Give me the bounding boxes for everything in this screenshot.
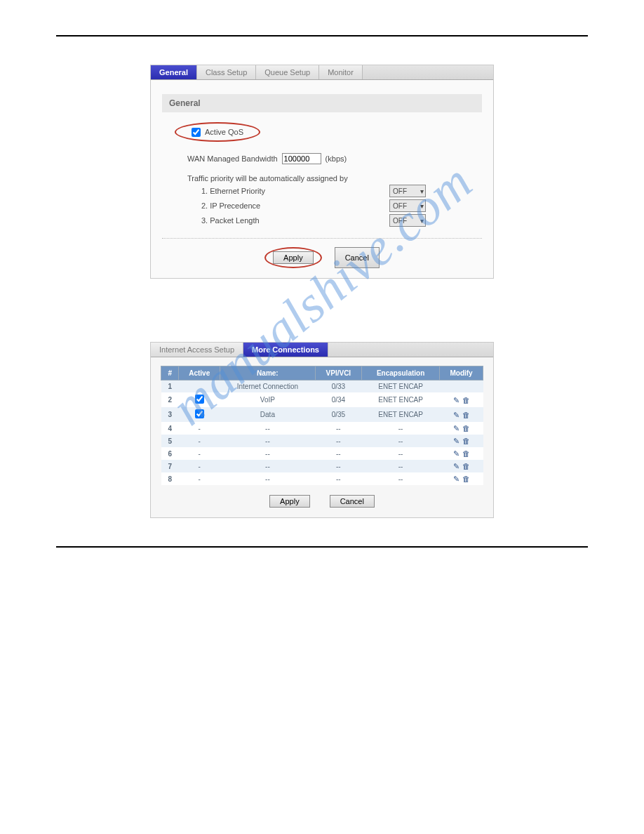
cell-vpi: 0/33 [315,380,361,393]
cell-active: - [179,472,220,485]
cell-modify [440,380,483,393]
cell-enc: -- [362,460,440,472]
bandwidth-input[interactable] [282,153,321,164]
cell-vpi: -- [315,447,361,460]
qos-general-panel: General Class Setup Queue Setup Monitor … [150,65,494,279]
delete-icon[interactable]: 🗑 [462,411,471,419]
cell-modify: ✎ 🗑 [440,392,483,407]
apply-highlight: Apply [264,247,322,268]
edit-icon[interactable]: ✎ [452,411,460,419]
bandwidth-unit: (kbps) [326,154,347,163]
tab-monitor[interactable]: Monitor [319,65,363,79]
cell-active: - [179,435,220,447]
more-connections-panel: Internet Access Setup More Connections #… [150,342,494,518]
cancel-button[interactable]: Cancel [330,495,375,508]
delete-icon[interactable]: 🗑 [462,424,471,432]
edit-icon[interactable]: ✎ [452,462,460,470]
cell-vpi: -- [315,460,361,472]
row-active-checkbox[interactable] [195,395,204,404]
delete-icon[interactable]: 🗑 [462,396,471,404]
chevron-down-icon: ▾ [420,202,424,210]
priority-select-ip[interactable]: OFF▾ [389,199,426,212]
bandwidth-row: WAN Managed Bandwidth (kbps) [187,153,482,164]
delete-icon[interactable]: 🗑 [462,475,471,483]
cell-vpi: -- [315,422,361,435]
table-row: 1Internet Connection0/33ENET ENCAP [161,380,483,393]
row-active-checkbox[interactable] [195,409,204,418]
tab-class-setup[interactable]: Class Setup [197,65,256,79]
active-qos-label: Active QoS [205,128,243,136]
cell-modify: ✎ 🗑 [440,435,483,447]
cell-enc: -- [362,422,440,435]
cell-vpi: 0/34 [315,392,361,407]
priority-select-packet[interactable]: OFF▾ [389,214,426,227]
cell-name: Data [220,407,316,422]
apply-button[interactable]: Apply [273,251,314,264]
top-rule [56,35,588,37]
table-row: 3Data0/35ENET ENCAP✎ 🗑 [161,407,483,422]
col-name: Name: [220,366,316,380]
cell-num: 2 [161,392,179,407]
tab-general[interactable]: General [151,65,197,79]
cell-active: - [179,447,220,460]
edit-icon[interactable]: ✎ [452,424,460,432]
cell-name: -- [220,460,316,472]
cell-active: - [179,460,220,472]
cell-num: 6 [161,447,179,460]
table-row: 5-------✎ 🗑 [161,435,483,447]
table-row: 7-------✎ 🗑 [161,460,483,472]
priority-label: 1. Ethernet Priority [201,187,265,195]
cell-modify: ✎ 🗑 [440,422,483,435]
delete-icon[interactable]: 🗑 [462,462,471,470]
delete-icon[interactable]: 🗑 [462,449,471,458]
bottom-rule [56,546,588,548]
table-row: 8-------✎ 🗑 [161,472,483,485]
tab-more-connections[interactable]: More Connections [243,343,328,357]
priority-item-ip: 2. IP Precedence OFF▾ [201,199,426,212]
col-modify: Modify [440,366,483,380]
active-qos-checkbox[interactable] [192,128,201,137]
chevron-down-icon: ▾ [420,217,424,225]
active-qos-row: Active QoS [175,122,260,142]
edit-icon[interactable]: ✎ [452,437,460,445]
cell-modify: ✎ 🗑 [440,460,483,472]
priority-list: 1. Ethernet Priority OFF▾ 2. IP Preceden… [201,185,482,227]
col-vpi: VPI/VCI [315,366,361,380]
cell-num: 5 [161,435,179,447]
cell-vpi: -- [315,435,361,447]
cell-enc: ENET ENCAP [362,392,440,407]
cancel-button[interactable]: Cancel [335,247,380,268]
cell-enc: -- [362,435,440,447]
cell-vpi: -- [315,472,361,485]
cell-modify: ✎ 🗑 [440,472,483,485]
tab-queue-setup[interactable]: Queue Setup [256,65,319,79]
cell-enc: ENET ENCAP [362,407,440,422]
cell-enc: -- [362,447,440,460]
cell-name: -- [220,422,316,435]
cell-name: -- [220,435,316,447]
priority-select-ethernet[interactable]: OFF▾ [389,185,426,197]
cell-modify: ✎ 🗑 [440,447,483,460]
col-enc: Encapsulation [362,366,440,380]
edit-icon[interactable]: ✎ [452,449,460,458]
priority-intro: Traffic priority will be automatically a… [187,174,482,183]
cell-num: 7 [161,460,179,472]
tab-internet-access-setup[interactable]: Internet Access Setup [151,343,243,357]
delete-icon[interactable]: 🗑 [462,437,471,445]
section-general-title: General [162,94,482,112]
edit-icon[interactable]: ✎ [452,396,460,404]
table-row: 4-------✎ 🗑 [161,422,483,435]
chevron-down-icon: ▾ [420,187,424,195]
priority-item-packet: 3. Packet Length OFF▾ [201,214,426,227]
cell-num: 8 [161,472,179,485]
wan-tabs: Internet Access Setup More Connections [151,343,493,357]
apply-button[interactable]: Apply [269,495,310,508]
edit-icon[interactable]: ✎ [452,475,460,483]
cell-name: -- [220,472,316,485]
cell-active [179,407,220,422]
priority-item-ethernet: 1. Ethernet Priority OFF▾ [201,185,426,197]
bandwidth-label: WAN Managed Bandwidth [187,154,278,163]
cell-active [179,392,220,407]
cell-num: 1 [161,380,179,393]
table-row: 6-------✎ 🗑 [161,447,483,460]
